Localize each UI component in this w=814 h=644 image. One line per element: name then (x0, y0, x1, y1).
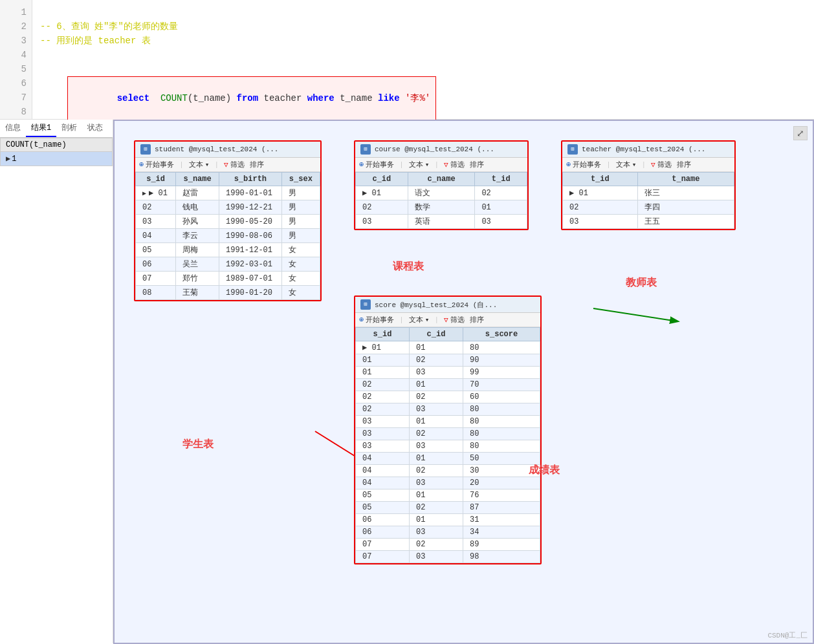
score-label: 成绩表 (529, 464, 560, 477)
teacher-sort-btn[interactable]: 排序 (677, 160, 691, 169)
col-s_id: s_id (136, 173, 176, 186)
cell-t_id: 03 (563, 215, 638, 229)
course-filter-btn[interactable]: ▽ 筛选 (444, 160, 465, 169)
cell-s_name: 李云 (176, 229, 219, 243)
cell-score-s_id: 05 (356, 489, 410, 502)
sep7: | (399, 316, 404, 324)
cell-t_name: 王五 (637, 215, 734, 229)
course-table-icon: ⊞ (360, 144, 371, 155)
student-table-window: ⊞ student @mysql_test_2024 (... ⊕ 开始事务 |… (134, 140, 322, 301)
code-content[interactable]: -- 6、查询 姓"李"的老师的数量 -- 用到的是 teacher 表 sel… (32, 0, 814, 119)
cell-score-s_id: 01 (356, 354, 410, 367)
student-label: 学生表 (182, 438, 214, 451)
cell-s_id: 07 (136, 272, 176, 286)
student-table-header: ⊞ student @mysql_test_2024 (... (135, 142, 320, 158)
cell-t_name: 李四 (637, 200, 734, 215)
cell-c_id: 02 (356, 200, 408, 215)
score-table-toolbar[interactable]: ⊕ 开始事务 | 文本 ▾ | ▽ 筛选 排序 (355, 313, 540, 327)
course-start-transaction-btn[interactable]: ⊕ 开始事务 (359, 160, 394, 169)
table-row: 020260 (356, 391, 540, 403)
cell-s_name: 周梅 (176, 243, 219, 257)
col-score-c_id: c_id (410, 328, 463, 341)
cell-score-s_id: 04 (356, 465, 410, 477)
tab-info[interactable]: 信息 (0, 120, 26, 137)
result-table: COUNT(t_name) ▶1 (0, 138, 113, 166)
cell-s_sex: 女 (281, 272, 320, 286)
cell-score-s_score: 60 (463, 391, 540, 403)
cell-score-c_id: 03 (410, 477, 463, 489)
score-text-btn[interactable]: 文本 ▾ (409, 315, 430, 325)
cell-score-s_id: 07 (356, 551, 410, 563)
table-row: ▶ 010180 (356, 341, 540, 354)
cell-s_id: 02 (136, 200, 176, 215)
teacher-table-header: ⊞ teacher @mysql_test_2024 (... (562, 142, 734, 158)
score-start-transaction-btn[interactable]: ⊕ 开始事务 (359, 315, 394, 325)
table-row: 070398 (356, 551, 540, 563)
student-table-toolbar[interactable]: ⊕ 开始事务 | 文本 ▾ | ▽ 筛选 排序 (135, 158, 320, 172)
table-row: 050176 (356, 489, 540, 502)
teacher-table-toolbar[interactable]: ⊕ 开始事务 | 文本 ▾ | ▽ 筛选 排序 (562, 158, 734, 172)
cell-score-s_score: 80 (463, 428, 540, 440)
cell-t_name: 张三 (637, 186, 734, 200)
student-filter-btn[interactable]: ▽ 筛选 (224, 160, 245, 169)
student-start-transaction-btn[interactable]: ⊕ 开始事务 (139, 160, 174, 169)
table-row: 030380 (356, 440, 540, 453)
cell-score-c_id: 03 (410, 526, 463, 539)
expand-icon[interactable]: ⤢ (793, 126, 808, 140)
cell-score-c_id: 01 (410, 379, 463, 391)
cell-score-s_id: ▶ 01 (356, 341, 410, 354)
code-line-3: -- 用到的是 teacher 表 (40, 34, 806, 48)
cell-t_id: 03 (475, 215, 527, 229)
student-text-btn[interactable]: 文本 ▾ (189, 160, 210, 169)
cell-s_birth: 1990-01-01 (219, 186, 282, 200)
cell-score-s_id: 05 (356, 502, 410, 514)
score-table-header: ⊞ score @mysql_test_2024 (自... (355, 297, 540, 313)
cell-score-s_id: 06 (356, 514, 410, 526)
cell-s_birth: 1989-07-01 (219, 272, 282, 286)
col-c_id: c_id (356, 173, 408, 186)
cell-score-s_id: 03 (356, 428, 410, 440)
cell-c_name: 语文 (408, 186, 475, 200)
score-sort-btn[interactable]: 排序 (470, 315, 484, 325)
cell-score-s_id: 02 (356, 403, 410, 416)
cell-s_name: 钱电 (176, 200, 219, 215)
score-filter-btn[interactable]: ▽ 筛选 (444, 315, 465, 325)
table-row: 03孙风1990-05-20男 (136, 215, 320, 229)
table-row: ▶ 01赵雷1990-01-01男 (136, 186, 320, 200)
table-row: 05周梅1991-12-01女 (136, 243, 320, 257)
cell-s_id: 03 (136, 215, 176, 229)
results-tabs[interactable]: 信息 结果1 剖析 状态 (0, 120, 113, 138)
cell-score-s_score: 50 (463, 453, 540, 465)
tab-result1[interactable]: 结果1 (26, 120, 56, 137)
table-row: 060334 (356, 526, 540, 539)
teacher-start-transaction-btn[interactable]: ⊕ 开始事务 (566, 160, 601, 169)
col-t_id: t_id (563, 173, 638, 186)
watermark: CSDN@工_匚 (767, 630, 808, 640)
cell-s_name: 吴兰 (176, 257, 219, 272)
table-row: 010290 (356, 354, 540, 367)
teacher-label: 教师表 (626, 276, 657, 290)
student-sort-btn[interactable]: 排序 (250, 160, 264, 169)
score-data-table: s_id c_id s_score ▶ 01018001029001039902… (355, 327, 540, 563)
cell-score-s_score: 80 (463, 416, 540, 428)
editor-area: 1 2 3 4 5 6 7 8 -- 6、查询 姓"李"的老师的数量 -- 用到… (0, 0, 814, 120)
course-text-btn[interactable]: 文本 ▾ (409, 160, 430, 169)
cell-c_name: 数学 (408, 200, 475, 215)
cell-score-c_id: 01 (410, 416, 463, 428)
table-row: 040150 (356, 453, 540, 465)
table-row: 02李四 (563, 200, 734, 215)
cell-score-s_id: 04 (356, 453, 410, 465)
cell-score-c_id: 02 (410, 428, 463, 440)
cell-score-s_id: 04 (356, 477, 410, 489)
teacher-text-btn[interactable]: 文本 ▾ (616, 160, 637, 169)
tab-profiling[interactable]: 剖析 (56, 120, 82, 137)
course-sort-btn[interactable]: 排序 (470, 160, 484, 169)
course-table-toolbar[interactable]: ⊕ 开始事务 | 文本 ▾ | ▽ 筛选 排序 (355, 158, 527, 172)
cell-score-s_id: 07 (356, 539, 410, 551)
cell-score-s_score: 99 (463, 367, 540, 379)
tab-status[interactable]: 状态 (82, 120, 108, 137)
course-table-window: ⊞ course @mysql_test_2024 (... ⊕ 开始事务 | … (354, 140, 529, 230)
transaction-icon: ⊕ (139, 160, 144, 169)
table-row: 020380 (356, 403, 540, 416)
teacher-filter-btn[interactable]: ▽ 筛选 (651, 160, 672, 169)
